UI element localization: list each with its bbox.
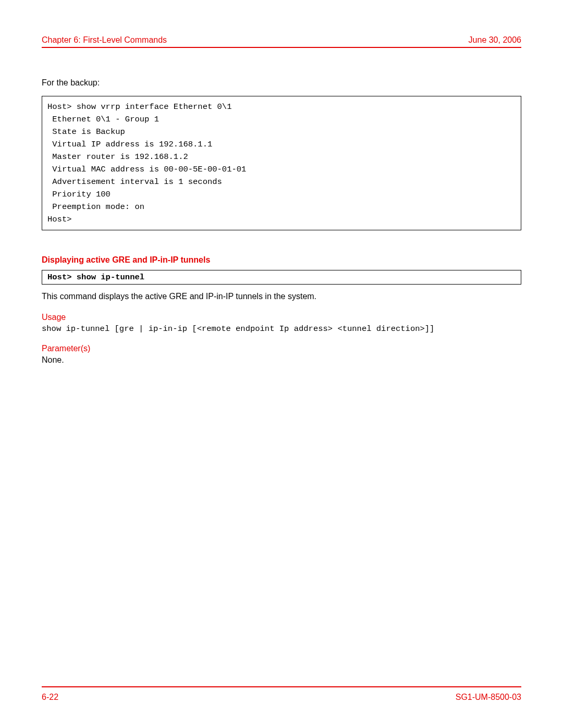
usage-code: show ip-tunnel [gre | ip-in-ip [<remote … [42,324,521,334]
footer-rule [42,686,521,687]
document-page: Chapter 6: First-Level Commands June 30,… [0,0,563,728]
command-syntax-box: Host> show ip-tunnel [42,270,521,285]
chapter-title: Chapter 6: First-Level Commands [42,35,167,45]
parameters-label: Parameter(s) [42,344,521,353]
page-number: 6-22 [42,693,58,702]
header-date: June 30, 2006 [469,35,521,45]
usage-label: Usage [42,313,521,322]
section-heading: Displaying active GRE and IP-in-IP tunne… [42,255,521,265]
footer-row: 6-22 SG1-UM-8500-03 [42,693,521,702]
page-header: Chapter 6: First-Level Commands June 30,… [42,35,521,48]
page-footer: 6-22 SG1-UM-8500-03 [42,686,521,702]
command-description: This command displays the active GRE and… [42,292,521,301]
vrrp-output-code-block: Host> show vrrp interface Ethernet 0\1 E… [42,96,521,230]
parameters-text: None. [42,355,521,365]
document-id: SG1-UM-8500-03 [456,693,521,702]
intro-text: For the backup: [42,78,521,88]
